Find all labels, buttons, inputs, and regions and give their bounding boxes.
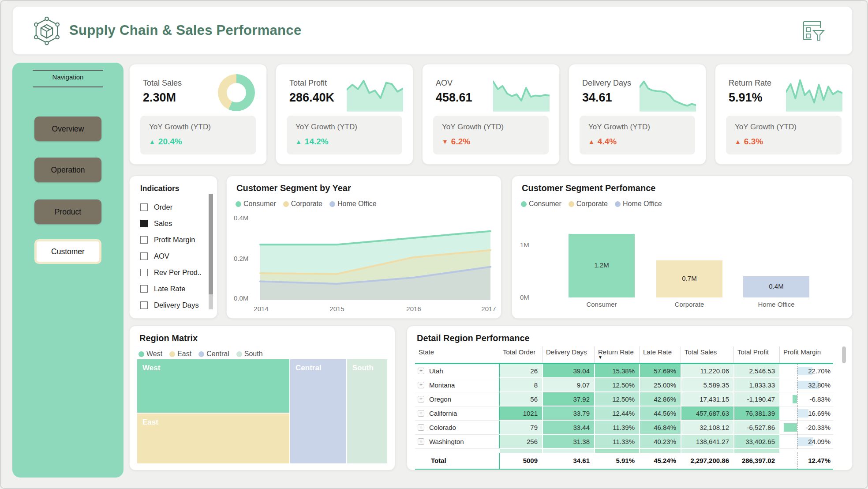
table-cell: 9.07 bbox=[542, 378, 594, 392]
checkbox-checked[interactable] bbox=[140, 220, 148, 227]
up-triangle-icon: ▲ bbox=[149, 138, 155, 145]
table-row[interactable]: +Colorado7933.4411.39%46.84%32,108.12-6,… bbox=[415, 421, 833, 435]
legend-item[interactable]: Home Office bbox=[329, 200, 377, 208]
total-label: Total bbox=[415, 453, 499, 469]
indicator-item-late-rate[interactable]: Late Rate bbox=[140, 281, 204, 297]
treemap-block-central[interactable]: Central bbox=[290, 359, 347, 464]
expand-row-icon[interactable]: + bbox=[418, 438, 424, 445]
indicator-item-sales[interactable]: Sales bbox=[140, 215, 204, 232]
column-header-total-sales[interactable]: Total Sales bbox=[681, 346, 733, 363]
legend-item[interactable]: West bbox=[138, 350, 162, 358]
state-cell: +California bbox=[415, 406, 499, 421]
legend-label: Corporate bbox=[291, 200, 322, 208]
indicator-item-order[interactable]: Order bbox=[140, 199, 204, 215]
column-header-return-rate[interactable]: Return Rate▼ bbox=[594, 346, 639, 363]
expand-row-icon[interactable]: + bbox=[418, 396, 424, 402]
sidebar-item-overview[interactable]: Overview bbox=[34, 117, 101, 141]
treemap-block-south[interactable]: South bbox=[347, 359, 388, 464]
table-cell: 11.39% bbox=[594, 421, 639, 435]
column-header-delivery-days[interactable]: Delivery Days bbox=[542, 346, 594, 363]
legend-item[interactable]: Corporate bbox=[283, 200, 322, 208]
checkbox-unchecked[interactable] bbox=[140, 301, 148, 309]
bar-category-label: Home Office bbox=[743, 301, 809, 308]
checkbox-unchecked[interactable] bbox=[140, 236, 148, 244]
total-cell: 5.91% bbox=[594, 453, 639, 469]
partial-cell bbox=[733, 449, 779, 453]
x-tick: 2014 bbox=[248, 305, 274, 312]
legend-dot bbox=[236, 351, 242, 357]
table-row[interactable]: +Utah2639.0415.38%57.69%11,220.062,546.5… bbox=[415, 364, 833, 378]
expand-row-icon[interactable]: + bbox=[418, 410, 424, 417]
indicator-item-profit-margin[interactable]: Profit Margin bbox=[140, 232, 204, 248]
table-cell: 11.33% bbox=[594, 435, 639, 449]
filter-report-icon[interactable] bbox=[800, 17, 827, 44]
partial-cell bbox=[681, 449, 733, 453]
table-row[interactable]: +Oregon5637.9212.50%42.86%17,431.15-1,19… bbox=[415, 392, 833, 406]
treemap-block-label: Central bbox=[296, 364, 322, 372]
column-header-total-order[interactable]: Total Order bbox=[499, 346, 542, 363]
table-cell: 256 bbox=[499, 435, 542, 449]
table-cell: 76,381.39 bbox=[733, 406, 779, 421]
table-cell: 2,546.53 bbox=[733, 364, 779, 378]
legend-item[interactable]: East bbox=[169, 350, 191, 358]
region-table: StateTotal OrderDelivery DaysReturn Rate… bbox=[415, 346, 833, 470]
treemap-block-east[interactable]: East bbox=[137, 413, 290, 464]
scrollbar-thumb[interactable] bbox=[209, 194, 213, 294]
indicator-item-rev-per-prod-[interactable]: Rev Per Prod.. bbox=[140, 264, 204, 281]
column-header-profit-margin[interactable]: Profit Margin bbox=[779, 346, 833, 363]
legend-item[interactable]: Home Office bbox=[615, 200, 662, 208]
y-tick: 0.4M bbox=[234, 214, 248, 222]
expand-row-icon[interactable]: + bbox=[418, 424, 424, 431]
checkbox-unchecked[interactable] bbox=[140, 203, 148, 211]
column-header-total-profit[interactable]: Total Profit bbox=[733, 346, 779, 363]
kpi-value: 286.40K bbox=[289, 91, 334, 105]
indicator-item-delivery-days[interactable]: Delivery Days bbox=[140, 297, 204, 313]
checkbox-unchecked[interactable] bbox=[140, 252, 148, 260]
checkbox-unchecked[interactable] bbox=[140, 285, 148, 293]
legend-item[interactable]: Central bbox=[198, 350, 229, 358]
kpi-card-return-rate: Return Rate 5.91% YoY Growth (YTD) ▲6.3% bbox=[715, 64, 853, 165]
kpi-label: Total Profit bbox=[289, 79, 327, 88]
table-cell: 12.44% bbox=[594, 406, 639, 421]
expand-row-icon[interactable]: + bbox=[418, 368, 424, 374]
up-triangle-icon: ▲ bbox=[296, 138, 302, 145]
sidebar-item-customer[interactable]: Customer bbox=[34, 239, 101, 264]
bar-consumer[interactable]: 1.2M bbox=[569, 234, 635, 297]
yoy-delta: ▲6.3% bbox=[735, 137, 763, 147]
yoy-growth-box: YoY Growth (YTD) ▲20.4% bbox=[140, 116, 256, 154]
indicators-scrollbar[interactable] bbox=[209, 194, 213, 309]
table-cell: 11,220.06 bbox=[681, 364, 733, 378]
indicator-label: Profit Margin bbox=[154, 236, 195, 244]
legend-item[interactable]: Consumer bbox=[236, 200, 276, 208]
table-cell: 8 bbox=[499, 378, 542, 392]
bar-home-office[interactable]: 0.4M bbox=[743, 276, 809, 297]
table-cell: 25.00% bbox=[639, 378, 681, 392]
bar-corporate[interactable]: 0.7M bbox=[656, 260, 722, 297]
legend-label: Corporate bbox=[576, 200, 608, 208]
expand-row-icon[interactable]: + bbox=[418, 382, 424, 388]
kpi-label: AOV bbox=[436, 79, 453, 88]
table-row[interactable]: +Montana89.0712.50%25.00%5,589.351,833.3… bbox=[415, 378, 833, 392]
column-header-state[interactable]: State bbox=[415, 346, 499, 363]
table-cell: 138,641.27 bbox=[681, 435, 733, 449]
legend-dot bbox=[283, 201, 289, 207]
column-header-late-rate[interactable]: Late Rate bbox=[639, 346, 681, 363]
state-name: Oregon bbox=[429, 392, 451, 406]
table-cell: 12.50% bbox=[594, 392, 639, 406]
profit-margin-value: 22.70% bbox=[808, 367, 831, 375]
table-row[interactable]: +California102133.7912.44%44.56%457,687.… bbox=[415, 406, 833, 421]
table-row[interactable]: +Washington25631.3811.33%40.23%138,641.2… bbox=[415, 435, 833, 449]
sidebar-item-product[interactable]: Product bbox=[34, 199, 101, 224]
legend-item[interactable]: South bbox=[236, 350, 263, 358]
table-scrollbar[interactable] bbox=[842, 346, 846, 363]
treemap-block-label: East bbox=[142, 418, 158, 426]
profit-margin-value: 32.80% bbox=[808, 381, 831, 389]
legend-item[interactable]: Consumer bbox=[521, 200, 561, 208]
checkbox-unchecked[interactable] bbox=[140, 269, 148, 276]
indicator-item-aov[interactable]: AOV bbox=[140, 248, 204, 264]
sidebar-item-operation[interactable]: Operation bbox=[34, 158, 101, 182]
legend-item[interactable]: Corporate bbox=[569, 200, 608, 208]
treemap-block-west[interactable]: West bbox=[137, 359, 290, 413]
divider bbox=[33, 87, 103, 87]
legend-dot bbox=[329, 201, 335, 207]
